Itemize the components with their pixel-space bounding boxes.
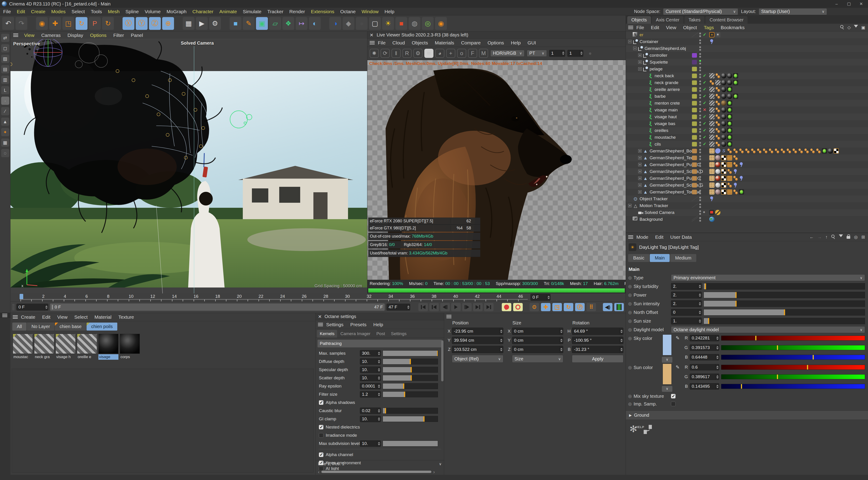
live-viewer-menu-options[interactable]: Options bbox=[488, 40, 504, 46]
visibility-dots[interactable] bbox=[699, 46, 701, 51]
expand-toggle[interactable]: + bbox=[638, 177, 642, 180]
menu-mograph[interactable]: MoGraph bbox=[166, 9, 187, 14]
swatch-expand-button[interactable]: ∨ bbox=[662, 357, 672, 363]
filter-icon[interactable] bbox=[839, 234, 843, 237]
camtag-tag[interactable] bbox=[709, 210, 714, 215]
sphere-pink-tag[interactable] bbox=[715, 189, 720, 194]
stripe-tag[interactable] bbox=[715, 80, 720, 85]
visibility-dots[interactable] bbox=[699, 67, 701, 71]
caustic-blur-slider[interactable] bbox=[383, 408, 438, 414]
expand-toggle[interactable]: − bbox=[633, 47, 637, 50]
sky-color-g-slider[interactable] bbox=[721, 345, 865, 350]
attribute-menu-user-data[interactable]: User Data bbox=[670, 234, 692, 240]
visibility-dots[interactable] bbox=[699, 33, 701, 37]
expand-toggle[interactable]: + bbox=[638, 163, 642, 166]
visibility-dots[interactable] bbox=[699, 183, 701, 187]
menu-tracker[interactable]: Tracker bbox=[268, 9, 283, 14]
viewport-menu-view[interactable]: View bbox=[24, 33, 34, 38]
frame-8[interactable]: 8 bbox=[107, 293, 129, 299]
object-name[interactable]: cils bbox=[655, 142, 661, 147]
max-samples-field[interactable]: 300. bbox=[360, 350, 381, 357]
keyframe-settings-button[interactable]: ⚙ bbox=[530, 303, 539, 311]
tree-row-neck-grande[interactable]: ξneck grande✓ bbox=[626, 79, 868, 86]
layer-tab-chien-poils[interactable]: chien poils bbox=[87, 323, 117, 331]
hamburger-icon[interactable] bbox=[13, 33, 18, 37]
object-name[interactable]: Object Tracker bbox=[640, 197, 668, 201]
material-thumbnail[interactable] bbox=[77, 334, 97, 354]
balls-tag[interactable] bbox=[751, 148, 756, 154]
camera-label[interactable]: Solved Camera bbox=[181, 40, 214, 46]
tree-row-germanshepherd-sclera-g[interactable]: +▲GermanShepherd_Sclera G bbox=[626, 182, 868, 189]
layer-chip[interactable] bbox=[692, 73, 697, 78]
light-tag[interactable] bbox=[727, 87, 732, 92]
last-tool-icon[interactable]: ↻ bbox=[102, 17, 114, 30]
layer-chip[interactable] bbox=[692, 149, 697, 153]
balls-tag[interactable] bbox=[804, 148, 809, 154]
hamburger-icon[interactable] bbox=[2, 314, 7, 317]
checker-tag[interactable] bbox=[721, 176, 726, 181]
sky-color-g-field[interactable]: 0.391573 bbox=[690, 344, 719, 351]
rotate-icon[interactable]: ↻ bbox=[75, 17, 88, 30]
enabled-state[interactable]: ✓ bbox=[703, 100, 708, 106]
stripe-tag[interactable] bbox=[709, 107, 714, 113]
pose-tag[interactable] bbox=[715, 148, 720, 154]
parent-icon[interactable]: ↑ bbox=[826, 234, 828, 240]
menu-select[interactable]: Select bbox=[71, 9, 85, 14]
balls-tag[interactable] bbox=[733, 162, 738, 167]
next-frame-button[interactable] bbox=[462, 303, 472, 311]
octane-settings-close-icon[interactable]: ✕ bbox=[318, 314, 322, 320]
sphere-dark-tag[interactable] bbox=[721, 87, 726, 92]
scale-icon[interactable]: ◳ bbox=[62, 17, 74, 30]
frame-12[interactable]: 12 bbox=[150, 293, 172, 299]
render-picture-viewer-icon[interactable]: ▶ bbox=[196, 17, 208, 30]
visibility-dots[interactable] bbox=[699, 210, 701, 215]
autokey-button[interactable] bbox=[513, 303, 523, 311]
balls-tag[interactable] bbox=[715, 107, 720, 113]
frame-4[interactable]: 4 bbox=[64, 293, 85, 299]
material-menu-edit[interactable]: Edit bbox=[42, 314, 50, 320]
lock-resolution-icon[interactable] bbox=[424, 49, 433, 58]
light-tag[interactable] bbox=[733, 94, 738, 99]
key-scale-button[interactable]: ◳ bbox=[552, 303, 562, 311]
alpha-channel-checkbox[interactable] bbox=[319, 452, 323, 457]
expand-toggle[interactable]: + bbox=[628, 204, 631, 207]
sun-color-r-slider[interactable] bbox=[721, 365, 865, 370]
expand-toggle[interactable]: + bbox=[638, 183, 642, 187]
balls-tag[interactable] bbox=[816, 148, 821, 154]
tree-row-visage-main[interactable]: ξvisage main✕ bbox=[626, 107, 868, 114]
balls-tag[interactable] bbox=[727, 182, 732, 188]
scatter-depth-field[interactable]: 10. bbox=[360, 375, 381, 381]
frame-34[interactable]: 34 bbox=[388, 293, 410, 299]
playhead[interactable] bbox=[20, 294, 23, 299]
rotation-h-field[interactable]: 64.69 ° bbox=[572, 328, 623, 335]
prev-key-button[interactable] bbox=[429, 303, 439, 311]
sphere-dark-tag[interactable] bbox=[828, 148, 833, 154]
balls-tag[interactable] bbox=[715, 94, 720, 99]
visibility-dots[interactable] bbox=[699, 217, 701, 222]
swatch-expand-button[interactable]: ∨ bbox=[662, 386, 672, 392]
tree-row-barbe[interactable]: ξbarbe✓ bbox=[626, 93, 868, 100]
checker-tag[interactable] bbox=[721, 182, 726, 188]
tree-row-solved-camera[interactable]: Solved Camera⌖ bbox=[626, 209, 868, 216]
axis-z-icon[interactable]: Ⓩ bbox=[149, 17, 161, 30]
material-visage[interactable]: visage bbox=[98, 334, 118, 360]
octane-scatter-icon[interactable]: ◎ bbox=[422, 17, 434, 30]
subsample-b-field[interactable]: 1 bbox=[567, 50, 583, 57]
layer-tab-chien-base[interactable]: chien base bbox=[55, 323, 86, 331]
render-view[interactable]: Check:0ms /1ms. MeshGen:0ms. Update[R]:0… bbox=[367, 60, 626, 293]
caustic-blur-field[interactable]: 0.02 bbox=[360, 408, 381, 414]
daylight-model-select[interactable]: Octane daylight model∨ bbox=[671, 326, 865, 333]
menu-help[interactable]: Help bbox=[384, 9, 394, 14]
octane-logo-icon[interactable]: ✸ bbox=[370, 49, 379, 58]
light-tag[interactable] bbox=[727, 142, 732, 147]
octane-settings-menu-help[interactable]: Help bbox=[373, 322, 383, 327]
layer-chip[interactable] bbox=[692, 87, 697, 92]
target-icon[interactable]: ◎ bbox=[854, 234, 858, 240]
stripe-tag[interactable] bbox=[709, 128, 714, 133]
enabled-state[interactable]: ✓ bbox=[703, 80, 708, 85]
sun-color-b-slider[interactable] bbox=[721, 384, 865, 389]
sky-color-r-slider[interactable] bbox=[721, 336, 865, 340]
material-moustac[interactable]: moustac bbox=[13, 334, 33, 360]
object-name[interactable]: GermanShepherd_Body bbox=[650, 149, 696, 154]
object-name[interactable]: GermanShepherd_Teeth bbox=[650, 155, 697, 160]
